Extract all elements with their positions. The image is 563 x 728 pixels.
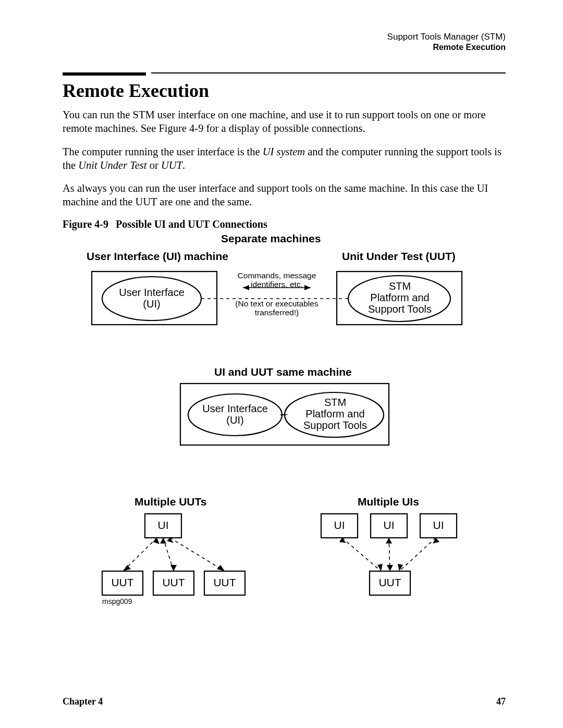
uut-box-4: UUT	[370, 576, 410, 589]
svg-marker-50	[217, 565, 225, 571]
svg-marker-60	[386, 538, 392, 544]
connection-note-bottom: (No text or executablestransferred!)	[232, 299, 321, 318]
svg-line-57	[399, 538, 436, 571]
diagram: Separate machines User Interface (UI) ma…	[87, 232, 483, 634]
svg-marker-45	[153, 538, 160, 544]
stm-ellipse-2: STMPlatform andSupport Tools	[301, 397, 369, 431]
svg-line-55	[342, 538, 381, 571]
svg-line-44	[170, 538, 225, 571]
svg-marker-47	[160, 538, 166, 544]
svg-marker-62	[433, 538, 439, 544]
header-line-2: Remote Execution	[63, 42, 506, 53]
page-footer: Chapter 4 47	[63, 696, 506, 707]
ui-machine-label: User Interface (UI) machine	[87, 250, 228, 263]
ui-box-4: UI	[420, 519, 457, 532]
svg-marker-61	[387, 565, 393, 571]
multiple-uuts-label: Multiple UUTs	[134, 496, 206, 508]
header-line-1: Support Tools Manager (STM)	[63, 31, 506, 42]
footer-chapter: Chapter 4	[63, 696, 103, 707]
svg-marker-48	[170, 565, 177, 571]
svg-marker-49	[167, 538, 174, 543]
figure-caption: Figure 4-9Possible UI and UUT Connection…	[63, 218, 506, 230]
paragraph-3: As always you can run the user interface…	[63, 181, 506, 208]
footer-page: 47	[496, 696, 506, 707]
figure-title: Possible UI and UUT Connections	[116, 218, 267, 230]
ui-ellipse-2: User Interface(UI)	[201, 403, 269, 426]
same-machine-label: UI and UUT same machine	[214, 366, 352, 378]
stm-ellipse-1: STMPlatform andSupport Tools	[366, 280, 434, 315]
section-rule	[63, 72, 506, 76]
separate-machines-label: Separate machines	[221, 232, 321, 245]
multiple-uis-label: Multiple UIs	[358, 496, 419, 508]
uut-box-1: UUT	[102, 576, 143, 589]
paragraph-2: The computer running the user interface …	[63, 145, 506, 172]
paragraph-1: You can run the STM user interface on on…	[63, 108, 506, 135]
section-title: Remote Execution	[63, 80, 506, 102]
uut-machine-label: Unit Under Test (UUT)	[342, 250, 456, 263]
svg-marker-46	[123, 565, 131, 571]
ui-box-2: UI	[321, 519, 358, 532]
page-header: Support Tools Manager (STM) Remote Execu…	[63, 31, 506, 53]
svg-marker-59	[377, 564, 383, 571]
ui-ellipse-1: User Interface(UI)	[118, 287, 186, 310]
ui-box-3: UI	[371, 519, 407, 532]
connection-note-top: Commands, messageidentifiers, etc.	[232, 271, 321, 290]
image-id: mspg009	[102, 597, 132, 606]
uut-box-3: UUT	[204, 576, 245, 589]
ui-box-1: UI	[145, 519, 181, 532]
figure-number: Figure 4-9	[63, 218, 108, 230]
svg-marker-63	[398, 564, 403, 571]
uut-box-2: UUT	[153, 576, 194, 589]
